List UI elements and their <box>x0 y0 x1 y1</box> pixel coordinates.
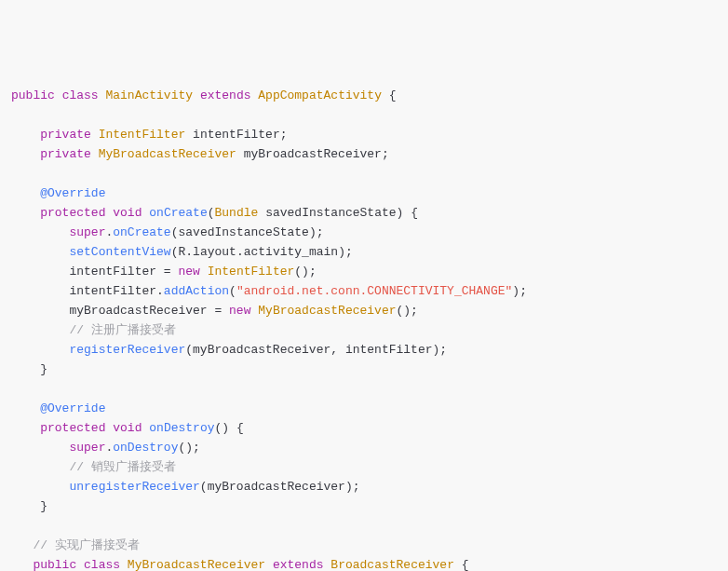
method-name: onCreate <box>149 206 207 220</box>
keyword: protected <box>40 206 105 220</box>
code-line: // 注册广播接受者 <box>11 323 176 337</box>
class-name: MainActivity <box>105 88 193 102</box>
code-line: } <box>11 499 47 513</box>
code-line: unregisterReceiver(myBroadcastReceiver); <box>11 480 360 494</box>
lhs: myBroadcastReceiver = <box>69 304 229 318</box>
keyword: class <box>62 88 99 102</box>
keyword: new <box>229 304 250 318</box>
code-line: protected void onDestroy() { <box>11 421 244 435</box>
type: IntentFilter <box>99 128 186 142</box>
method-call: registerReceiver <box>69 343 185 357</box>
method-call: setContentView <box>69 245 170 259</box>
keyword: private <box>40 147 91 161</box>
keyword: private <box>40 128 91 142</box>
keyword: super <box>69 441 105 455</box>
code-line: public class MyBroadcastReceiver extends… <box>11 558 469 571</box>
superclass: BroadcastReceiver <box>330 558 454 571</box>
paren: ); <box>512 284 527 298</box>
code-line: @Override <box>11 186 105 200</box>
string-literal: "android.net.conn.CONNECTIVITY_CHANGE" <box>236 284 512 298</box>
identifier: activity_main <box>244 245 338 259</box>
keyword: class <box>84 558 120 571</box>
keyword: protected <box>40 421 105 435</box>
dot: . <box>185 245 193 259</box>
keyword: super <box>69 225 105 239</box>
param-type: Bundle <box>215 206 259 220</box>
code-line: private MyBroadcastReceiver myBroadcastR… <box>11 147 389 161</box>
method-call: onDestroy <box>113 441 178 455</box>
rest: (); <box>178 441 199 455</box>
brace: } <box>40 499 47 513</box>
keyword: void <box>113 421 142 435</box>
type: MyBroadcastReceiver <box>258 304 396 318</box>
code-line: @Override <box>11 401 105 415</box>
keyword: public <box>33 558 76 571</box>
keyword: extends <box>273 558 324 571</box>
code-line: super.onCreate(savedInstanceState); <box>11 225 324 239</box>
paren: ( <box>229 284 236 298</box>
code-line: super.onDestroy(); <box>11 441 200 455</box>
superclass: AppCompatActivity <box>258 88 382 102</box>
identifier: layout <box>193 245 236 259</box>
keyword: new <box>178 265 199 279</box>
code-line: intentFilter = new IntentFilter(); <box>11 265 317 279</box>
rest: (); <box>397 304 418 318</box>
type: IntentFilter <box>208 265 295 279</box>
method-call: onCreate <box>113 225 170 239</box>
paren: ) { <box>397 206 418 220</box>
field: myBroadcastReceiver; <box>244 147 389 161</box>
code-line: registerReceiver(myBroadcastReceiver, in… <box>11 343 447 357</box>
keyword: public <box>11 88 55 102</box>
rest: () { <box>215 421 244 435</box>
method-name: onDestroy <box>149 421 214 435</box>
paren: ); <box>338 245 353 259</box>
code-line: myBroadcastReceiver = new MyBroadcastRec… <box>11 304 418 318</box>
keyword: extends <box>200 88 251 102</box>
method-call: unregisterReceiver <box>69 480 199 494</box>
field: intentFilter; <box>193 128 287 142</box>
brace: { <box>389 88 397 102</box>
paren: ( <box>208 206 215 220</box>
code-line: protected void onCreate(Bundle savedInst… <box>11 206 418 220</box>
annotation: @Override <box>40 186 105 200</box>
rest: (); <box>294 265 316 279</box>
method-call: addAction <box>164 284 229 298</box>
code-line: // 实现广播接受者 <box>11 538 140 552</box>
lhs: intentFilter = <box>69 265 178 279</box>
keyword: void <box>113 206 142 220</box>
comment: // 实现广播接受者 <box>33 538 139 552</box>
args: (savedInstanceState); <box>171 225 324 239</box>
code-line: public class MainActivity extends AppCom… <box>11 88 397 102</box>
brace: { <box>462 558 469 571</box>
brace: } <box>40 362 47 376</box>
code-line: private IntentFilter intentFilter; <box>11 128 288 142</box>
param-name: savedInstanceState <box>265 206 396 220</box>
type: MyBroadcastReceiver <box>99 147 236 161</box>
class-name: MyBroadcastReceiver <box>128 558 265 571</box>
object: intentFilter. <box>69 284 163 298</box>
code-line: } <box>11 362 47 376</box>
annotation: @Override <box>40 401 105 415</box>
code-line: // 销毁广播接受者 <box>11 460 176 474</box>
code-line: intentFilter.addAction("android.net.conn… <box>11 284 527 298</box>
code-line: setContentView(R.layout.activity_main); <box>11 245 353 259</box>
args: (myBroadcastReceiver, intentFilter); <box>185 343 447 357</box>
comment: // 销毁广播接受者 <box>69 460 175 474</box>
comment: // 注册广播接受者 <box>69 323 175 337</box>
code-block: public class MainActivity extends AppCom… <box>11 86 717 571</box>
dot: . <box>236 245 244 259</box>
args: (myBroadcastReceiver); <box>200 480 360 494</box>
